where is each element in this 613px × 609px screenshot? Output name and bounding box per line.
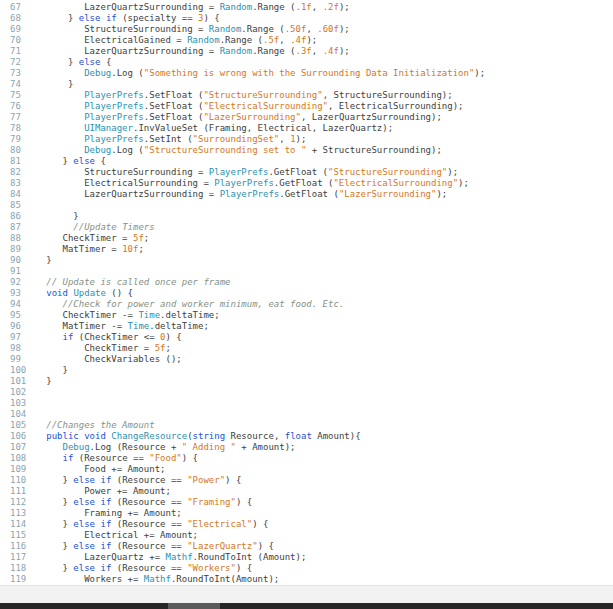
code-line[interactable]: 99 CheckVariables (); [0,354,613,365]
code-line[interactable]: 107 Debug.Log (Resource + " Adding " + A… [0,442,613,453]
code-line[interactable]: 94 //Check for power and worker minimum,… [0,299,613,310]
code-line[interactable]: 113 Framing += Amount; [0,508,613,519]
code-line[interactable]: 90 } [0,255,613,266]
code-token: LazerQuartzSurrounding = [84,189,219,199]
code-line[interactable]: 92 // Update is called once per frame [0,277,613,288]
line-number: 86 [0,211,30,222]
code-line[interactable]: 105 //Changes the Amount [0,420,613,431]
bottom-bar[interactable] [0,603,613,609]
code-token: , [312,2,323,12]
scrollbar-thumb[interactable] [168,603,220,609]
code-token: .InvValueSet (Framing, Electrical, Lazer… [133,123,393,133]
line-number: 76 [0,101,30,112]
code-token: .Range ( [252,2,295,12]
code-line[interactable]: 87 //Update Timers [0,222,613,233]
type-token: Debug [84,145,111,155]
code-line[interactable]: 82 StructureSurrounding = PlayerPrefs.Ge… [0,167,613,178]
code-line[interactable]: 71 LazerQuartzSurrounding = Random.Range… [0,46,613,57]
code-text: if (CheckTimer <= 0) { [30,332,182,343]
code-line[interactable]: 110 } else if (Resource == "Power") { [0,475,613,486]
literal-token: 10f [122,244,138,254]
code-line[interactable]: 88 CheckTimer = 5f; [0,233,613,244]
code-line[interactable]: 78 UIManager.InvValueSet (Framing, Elect… [0,123,613,134]
code-line[interactable]: 68 } else if (specialty == 3) { [0,13,613,24]
code-text: // Update is called once per frame [30,277,231,288]
code-line[interactable]: 101 } [0,376,613,387]
code-text: PlayerPrefs.SetFloat ("StructureSurround… [30,90,453,101]
code-line[interactable]: 80 Debug.Log ("StructureSurrounding set … [0,145,613,156]
code-line[interactable]: 117 LazerQuartz += Mathf.RoundToInt (Amo… [0,552,613,563]
code-token: .SetInt ( [144,134,193,144]
code-line[interactable]: 73 Debug.Log ("Something is wrong with t… [0,68,613,79]
code-token: .Log (Resource + [90,442,182,452]
code-line[interactable]: 77 PlayerPrefs.SetFloat ("LazerSurroundi… [0,112,613,123]
type-token: Time [138,310,160,320]
keyword-token: else [73,475,95,485]
code-text: //Changes the Amount [30,420,155,431]
code-area: 67 LazerQuartzSurrounding = Random.Range… [0,2,613,585]
code-line[interactable]: 111 Power += Amount; [0,486,613,497]
code-editor[interactable]: 67 LazerQuartzSurrounding = Random.Range… [0,0,613,587]
type-token: Mathf [144,574,171,584]
code-token: CheckTimer = [63,233,133,243]
code-text: Workers += Mathf.RoundToInt(Amount); [30,574,279,585]
code-text: LazerQuartzSurrounding = PlayerPrefs.Get… [30,189,447,200]
horizontal-scrollbar-track[interactable] [0,585,613,603]
code-token: ); [436,189,447,199]
line-number: 85 [0,200,30,211]
code-line[interactable]: 76 PlayerPrefs.SetFloat ("ElectricalSurr… [0,101,613,112]
line-number: 119 [0,574,30,585]
code-line[interactable]: 67 LazerQuartzSurrounding = Random.Range… [0,2,613,13]
code-line[interactable]: 81 } else { [0,156,613,167]
code-line[interactable]: 106 public void ChangeResource(string Re… [0,431,613,442]
code-line[interactable]: 102 [0,387,613,398]
code-line[interactable]: 93 void Update () { [0,288,613,299]
code-token: Framing += Amount; [84,508,182,518]
code-line[interactable]: 74 } [0,79,613,90]
code-line[interactable]: 116 } else if (Resource == "LazerQuartz"… [0,541,613,552]
code-line[interactable]: 84 LazerQuartzSurrounding = PlayerPrefs.… [0,189,613,200]
code-line[interactable]: 119 Workers += Mathf.RoundToInt(Amount); [0,574,613,585]
code-line[interactable]: 85 [0,200,613,211]
code-line[interactable]: 70 ElectricalGained = Random.Range (.5f,… [0,35,613,46]
code-line[interactable]: 86 } [0,211,613,222]
code-line[interactable]: 69 StructureSurrounding = Random.Range (… [0,24,613,35]
code-token: LazerQuartzSurrounding = [84,46,219,56]
line-number: 103 [0,398,30,409]
code-token: Workers += [84,574,144,584]
code-token: , [279,134,290,144]
code-line[interactable]: 97 if (CheckTimer <= 0) { [0,332,613,343]
code-line[interactable]: 98 CheckTimer = 5f; [0,343,613,354]
code-line[interactable]: 108 if (Resource == "Food") { [0,453,613,464]
type-token: PlayerPrefs [209,167,269,177]
code-line[interactable]: 95 CheckTimer -= Time.deltaTime; [0,310,613,321]
code-line[interactable]: 109 Food += Amount; [0,464,613,475]
keyword-token: if [100,497,111,507]
code-line[interactable]: 72 } else { [0,57,613,68]
type-token: ChangeResource [111,431,187,441]
code-line[interactable]: 104 [0,409,613,420]
code-line[interactable]: 118 } else if (Resource == "Workers") { [0,563,613,574]
code-line[interactable]: 75 PlayerPrefs.SetFloat ("StructureSurro… [0,90,613,101]
line-number: 101 [0,376,30,387]
code-token: Resource, [225,431,285,441]
code-line[interactable]: 79 PlayerPrefs.SetInt ("SurroundingSet",… [0,134,613,145]
code-text: PlayerPrefs.SetInt ("SurroundingSet", 1)… [30,134,306,145]
code-token: } [68,57,79,67]
code-line[interactable]: 83 ElectricalSurrounding = PlayerPrefs.G… [0,178,613,189]
code-token: } [63,519,74,529]
code-token: ) { [252,519,268,529]
code-line[interactable]: 114 } else if (Resource == "Electrical")… [0,519,613,530]
code-token: CheckVariables (); [84,354,182,364]
code-line[interactable]: 100 } [0,365,613,376]
code-line[interactable]: 96 MatTimer -= Time.deltaTime; [0,321,613,332]
code-line[interactable]: 112 } else if (Resource == "Framing") { [0,497,613,508]
code-line[interactable]: 91 [0,266,613,277]
code-line[interactable]: 103 [0,398,613,409]
code-token: StructureSurrounding = [84,24,209,34]
code-token: .RoundToInt(Amount); [171,574,279,584]
line-number: 82 [0,167,30,178]
line-number: 104 [0,409,30,420]
code-line[interactable]: 89 MatTimer = 10f; [0,244,613,255]
code-line[interactable]: 115 Electrical += Amount; [0,530,613,541]
